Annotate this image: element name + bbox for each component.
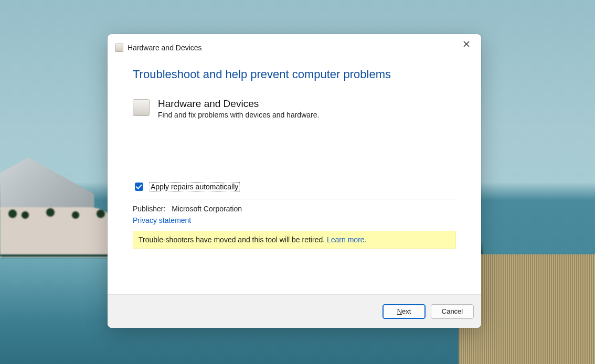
next-accelerator: N: [397, 307, 402, 315]
next-suffix: ext: [402, 307, 411, 315]
options-section: Apply repairs automatically Publisher: M…: [133, 181, 456, 249]
hardware-icon: [115, 44, 123, 52]
content-area: Troubleshoot and help prevent computer p…: [108, 55, 481, 294]
window-header: Hardware and Devices: [108, 44, 481, 55]
publisher-row: Publisher: Microsoft Corporation: [133, 205, 456, 213]
divider: [133, 199, 456, 199]
apply-repairs-row: Apply repairs automatically: [133, 181, 456, 192]
notice-text: Trouble-shooters have moved and this too…: [139, 235, 327, 244]
cancel-button[interactable]: Cancel: [431, 304, 474, 319]
learn-more-link[interactable]: Learn more.: [327, 235, 366, 244]
next-button[interactable]: Next: [382, 304, 426, 319]
publisher-label: Publisher:: [133, 205, 165, 213]
apply-repairs-checkbox[interactable]: [135, 183, 143, 191]
troubleshooter-item: Hardware and Devices Find and fix proble…: [133, 98, 456, 119]
apply-repairs-label[interactable]: Apply repairs automatically: [149, 182, 240, 191]
device-icon: [133, 99, 150, 116]
dialog-footer: Next Cancel: [108, 294, 481, 328]
item-description: Find and fix problems with devices and h…: [158, 111, 319, 119]
publisher-value: Microsoft Corporation: [172, 205, 242, 213]
item-title: Hardware and Devices: [158, 98, 319, 110]
window-title: Hardware and Devices: [128, 44, 202, 52]
troubleshooter-dialog: Hardware and Devices Troubleshoot and he…: [108, 34, 481, 328]
item-texts: Hardware and Devices Find and fix proble…: [158, 98, 319, 119]
privacy-statement-link[interactable]: Privacy statement: [133, 216, 456, 224]
retirement-notice: Trouble-shooters have moved and this too…: [133, 231, 456, 249]
page-heading: Troubleshoot and help prevent computer p…: [133, 68, 456, 81]
